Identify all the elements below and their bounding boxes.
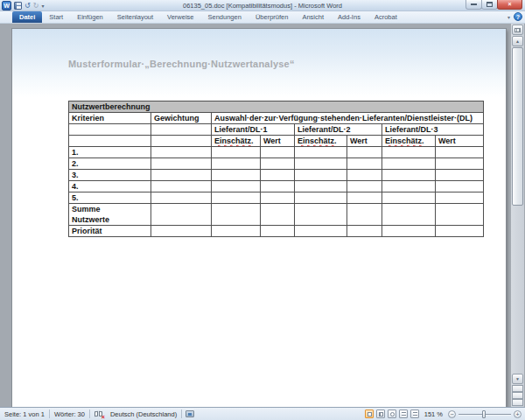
table-cell[interactable] — [436, 204, 484, 226]
help-icon[interactable]: ? — [514, 12, 522, 21]
header-wert-3[interactable]: Wert — [436, 136, 484, 147]
expand-ribbon-icon[interactable]: ▾ — [508, 14, 510, 20]
select-browse-object-button[interactable]: ● — [512, 392, 523, 399]
header-wert-2[interactable]: Wert — [347, 136, 382, 147]
table-cell[interactable] — [151, 192, 212, 204]
table-cell[interactable] — [151, 170, 212, 181]
table-cell[interactable] — [436, 226, 484, 237]
table-cell[interactable] — [347, 226, 382, 237]
header-kriterien[interactable]: Kriterien — [69, 113, 151, 124]
table-cell[interactable] — [295, 192, 347, 204]
table-cell[interactable] — [212, 192, 261, 204]
zoom-slider-thumb[interactable] — [482, 410, 486, 418]
language-indicator[interactable]: Deutsch (Deutschland) — [106, 410, 181, 418]
tab-einfuegen[interactable]: Einfügen — [70, 11, 110, 23]
row-label-1[interactable]: 1. — [69, 147, 151, 158]
table-cell[interactable] — [382, 192, 436, 204]
tab-ansicht[interactable]: Ansicht — [295, 11, 331, 23]
ruler-toggle-button[interactable] — [512, 24, 523, 35]
table-cell[interactable] — [261, 147, 295, 158]
row-label-2[interactable]: 2. — [69, 158, 151, 170]
next-page-button[interactable]: « — [512, 399, 523, 406]
tab-ueberpruefen[interactable]: Überprüfen — [248, 11, 296, 23]
table-cell[interactable] — [382, 147, 436, 158]
table-cell[interactable] — [151, 136, 212, 147]
view-draft-button[interactable] — [410, 410, 419, 418]
minimize-button[interactable] — [466, 0, 482, 10]
table-cell[interactable] — [347, 147, 382, 158]
table-cell[interactable] — [261, 158, 295, 170]
row-label-5[interactable]: 5. — [69, 192, 151, 204]
table-cell[interactable] — [151, 158, 212, 170]
page-count[interactable]: Seite: 1 von 1 — [0, 410, 49, 418]
view-web-layout-button[interactable] — [388, 410, 396, 418]
row-label-summe[interactable]: Summe Nutzwerte — [69, 204, 151, 226]
table-cell[interactable] — [295, 147, 347, 158]
table-cell[interactable] — [212, 181, 261, 192]
table-cell[interactable] — [69, 124, 151, 136]
vertical-scrollbar[interactable]: ▲ ▼ « ● « — [511, 24, 524, 407]
table-cell[interactable] — [382, 181, 436, 192]
table-cell[interactable] — [212, 204, 261, 226]
scroll-down-button[interactable]: ▼ — [512, 374, 523, 384]
redo-icon[interactable]: ↻ — [33, 2, 39, 10]
tab-sendungen[interactable]: Sendungen — [201, 11, 248, 23]
table-cell[interactable] — [436, 170, 484, 181]
table-cell[interactable] — [436, 192, 484, 204]
table-cell[interactable] — [261, 192, 295, 204]
tab-datei[interactable]: Datei — [12, 11, 42, 23]
row-label-prioritaet[interactable]: Priorität — [69, 226, 151, 237]
table-cell[interactable] — [382, 158, 436, 170]
tab-add-ins[interactable]: Add-Ins — [331, 11, 368, 23]
table-cell[interactable] — [261, 170, 295, 181]
header-einschaetz-2[interactable]: Einschätz. — [295, 136, 347, 147]
table-cell[interactable] — [295, 170, 347, 181]
table-cell[interactable] — [347, 204, 382, 226]
table-cell[interactable] — [295, 158, 347, 170]
table-cell[interactable] — [151, 226, 212, 237]
table-cell[interactable] — [347, 158, 382, 170]
header-einschaetz-3[interactable]: Einschätz. — [382, 136, 436, 147]
document-heading[interactable]: Musterformular·„Berechnung·Nutzwertanaly… — [68, 59, 295, 69]
scrollbar-thumb[interactable] — [512, 47, 523, 206]
zoom-slider[interactable] — [458, 410, 511, 419]
qat-dropdown-icon[interactable]: ▾ — [41, 3, 44, 9]
scroll-up-button[interactable]: ▲ — [512, 36, 523, 46]
table-cell[interactable] — [261, 181, 295, 192]
tab-acrobat[interactable]: Acrobat — [368, 11, 404, 23]
table-cell[interactable] — [212, 158, 261, 170]
table-cell[interactable] — [382, 204, 436, 226]
row-label-3[interactable]: 3. — [69, 170, 151, 181]
zoom-level[interactable]: 151 % — [422, 410, 445, 418]
table-cell[interactable] — [295, 226, 347, 237]
table-cell[interactable] — [212, 170, 261, 181]
table-cell[interactable] — [436, 147, 484, 158]
table-cell[interactable] — [261, 204, 295, 226]
table-cell[interactable] — [347, 181, 382, 192]
table-cell[interactable] — [212, 226, 261, 237]
table-cell[interactable] — [151, 124, 212, 136]
macro-status-icon[interactable] — [186, 410, 194, 417]
table-cell[interactable] — [295, 181, 347, 192]
maximize-button[interactable] — [481, 0, 498, 10]
tab-seitenlayout[interactable]: Seitenlayout — [110, 11, 160, 23]
zoom-out-button[interactable]: − — [448, 410, 456, 418]
close-button[interactable]: × — [497, 0, 522, 10]
table-cell[interactable] — [151, 147, 212, 158]
header-lieferant-3[interactable]: Lieferant/DL·3 — [382, 124, 484, 136]
previous-page-button[interactable]: « — [512, 385, 523, 392]
row-label-4[interactable]: 4. — [69, 181, 151, 192]
header-einschaetz-1[interactable]: Einschätz. — [212, 136, 261, 147]
table-cell[interactable] — [382, 226, 436, 237]
table-cell[interactable] — [261, 226, 295, 237]
table-cell[interactable] — [151, 204, 212, 226]
table-cell[interactable] — [295, 204, 347, 226]
header-lieferant-1[interactable]: Lieferant/DL·1 — [212, 124, 295, 136]
header-wert-1[interactable]: Wert — [261, 136, 295, 147]
header-gewichtung[interactable]: Gewichtung — [151, 113, 212, 124]
table-cell[interactable] — [347, 170, 382, 181]
table-cell[interactable] — [382, 170, 436, 181]
save-icon[interactable] — [14, 2, 22, 10]
proofing-status-icon[interactable]: × — [94, 410, 104, 418]
tab-verweise[interactable]: Verweise — [160, 11, 200, 23]
